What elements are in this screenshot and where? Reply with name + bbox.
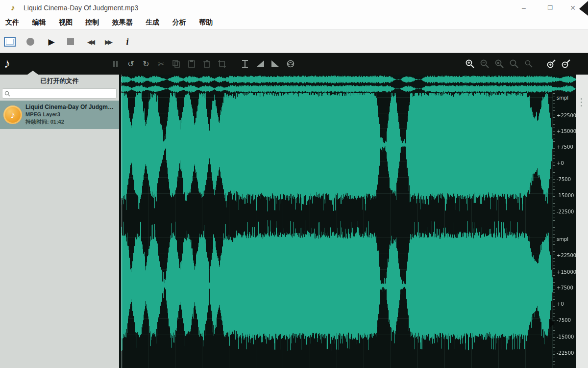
- ruler-label: -22500: [557, 209, 574, 214]
- record-button[interactable]: [25, 36, 35, 48]
- stop-button[interactable]: [66, 36, 75, 48]
- opened-files-panel: 已打开的文件 ♪ Liquid Cinema-Day Of Judgme… MP…: [0, 75, 119, 368]
- menu-item-generate[interactable]: 生成: [140, 16, 165, 29]
- search-icon: [4, 91, 10, 97]
- ruler-label: -15000: [557, 193, 574, 198]
- paste-icon[interactable]: [186, 58, 197, 70]
- maximize-button[interactable]: ❒: [539, 0, 562, 16]
- zoom-in-icon[interactable]: [465, 58, 475, 70]
- vertical-zoom-in-icon[interactable]: [546, 58, 557, 70]
- menu-item-edit[interactable]: 编辑: [26, 16, 51, 29]
- ruler-label: -22500: [557, 350, 574, 356]
- sidebar-panel-notch: [27, 71, 38, 75]
- record-icon: [26, 38, 34, 46]
- vertical-scrollbar[interactable]: [576, 75, 588, 368]
- ruler-label: smpl: [557, 237, 568, 242]
- ruler-label: +22500: [557, 113, 576, 118]
- zoom-reset-icon[interactable]: [523, 58, 534, 70]
- crop-icon[interactable]: [217, 58, 227, 70]
- splitter-handle-icon[interactable]: [581, 98, 583, 108]
- ruler-label: +15000: [557, 129, 576, 134]
- undo-icon[interactable]: ↺: [125, 58, 136, 70]
- ruler-label: +7500: [557, 285, 573, 290]
- music-note-logo-icon: ♪: [4, 56, 10, 71]
- ruler-label: +0: [557, 301, 564, 307]
- vertical-zoom-out-icon[interactable]: [561, 58, 571, 70]
- zoom-out-icon[interactable]: [479, 58, 490, 70]
- insert-marker-icon[interactable]: [240, 58, 250, 70]
- menu-item-effects[interactable]: 效果器: [107, 16, 138, 29]
- ruler-label: +15000: [557, 269, 576, 275]
- menu-item-analyze[interactable]: 分析: [167, 16, 192, 29]
- window-title: Liquid Cinema-Day Of Judgment.mp3: [24, 4, 138, 12]
- menu-item-control[interactable]: 控制: [80, 16, 104, 29]
- ruler-marker-icon: [549, 319, 555, 328]
- waveform-editor[interactable]: [121, 93, 553, 368]
- ruler-label: -7500: [557, 317, 571, 323]
- pause-icon[interactable]: [110, 58, 121, 70]
- selection-tool-button[interactable]: [4, 37, 16, 47]
- menu-item-file[interactable]: 文件: [0, 16, 24, 29]
- title-bar: ♪ Liquid Cinema-Day Of Judgment.mp3 – ❒ …: [0, 0, 588, 16]
- file-search-box[interactable]: [2, 88, 117, 99]
- info-button[interactable]: i: [123, 36, 131, 48]
- menu-item-help[interactable]: 帮助: [194, 16, 218, 29]
- main-area: 已打开的文件 ♪ Liquid Cinema-Day Of Judgme… MP…: [0, 75, 588, 368]
- file-format: MPEG Layer3: [25, 111, 117, 117]
- fade-in-icon[interactable]: [255, 58, 266, 70]
- menu-bar: 文件 编辑 视图 控制 效果器 生成 分析 帮助: [0, 16, 588, 29]
- panel-title: 已打开的文件: [0, 75, 119, 87]
- ruler-label: +7500: [557, 144, 573, 150]
- audio-file-icon: ♪: [3, 105, 22, 124]
- ruler-label: -15000: [557, 334, 574, 340]
- ruler-label: +0: [557, 160, 564, 166]
- amplitude-ruler[interactable]: smpl+22500+15000+7500+0-7500-15000-22500…: [553, 93, 576, 368]
- menu-item-view[interactable]: 视图: [53, 16, 78, 29]
- zoom-all-icon[interactable]: [509, 58, 519, 70]
- search-input[interactable]: [12, 89, 116, 98]
- fade-out-icon[interactable]: [270, 58, 281, 70]
- file-duration: 持续时间: 01:42: [25, 118, 117, 126]
- mouse-cursor: [579, 1, 588, 16]
- ruler-label: -7500: [557, 177, 571, 182]
- app-logo-icon: ♪: [11, 3, 15, 12]
- fast-forward-button[interactable]: ▶▶: [100, 36, 115, 48]
- copy-icon[interactable]: [171, 58, 182, 70]
- stop-icon: [67, 38, 74, 45]
- play-button[interactable]: ▶: [47, 36, 56, 48]
- file-list-item[interactable]: ♪ Liquid Cinema-Day Of Judgme… MPEG Laye…: [0, 101, 119, 129]
- ruler-label: smpl: [557, 95, 568, 101]
- rewind-button[interactable]: ◀◀: [83, 36, 98, 48]
- delete-icon[interactable]: [201, 58, 212, 70]
- zoom-selection-icon[interactable]: [494, 58, 505, 70]
- loop-icon[interactable]: [285, 58, 296, 70]
- minimize-button[interactable]: –: [513, 0, 535, 16]
- file-name: Liquid Cinema-Day Of Judgme…: [25, 104, 117, 110]
- edit-toolbar: ♪ ↺ ↻ ✂: [0, 53, 588, 75]
- cut-icon[interactable]: ✂: [156, 58, 167, 70]
- transport-toolbar: ▶ ◀◀ ▶▶ i 44.1 kHz stereo -0000:00:0.000…: [0, 29, 588, 53]
- ruler-label: +22500: [557, 253, 576, 258]
- app-window: ♪ Liquid Cinema-Day Of Judgment.mp3 – ❒ …: [0, 0, 588, 368]
- redo-icon[interactable]: ↻: [141, 58, 151, 70]
- waveform-overview[interactable]: [121, 75, 576, 93]
